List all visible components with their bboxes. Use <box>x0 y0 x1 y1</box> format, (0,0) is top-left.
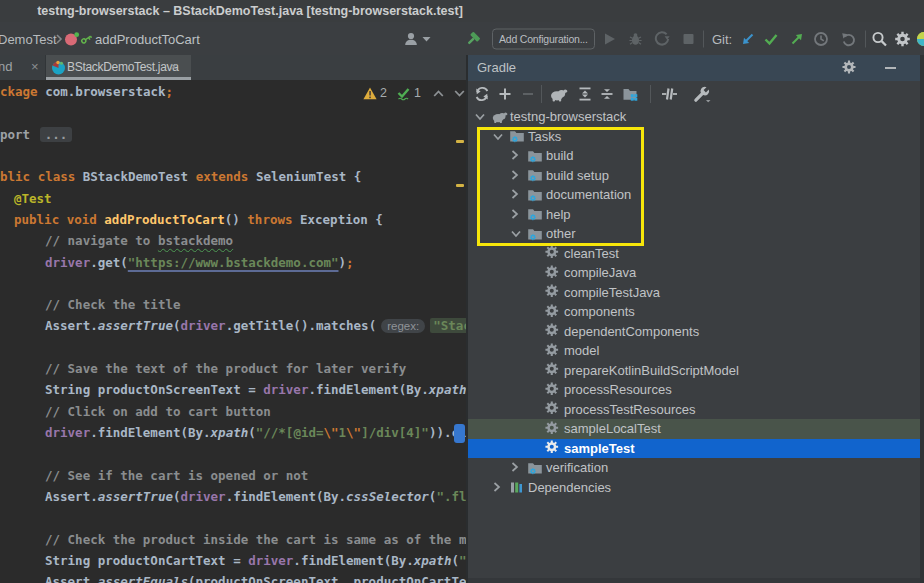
gradle-hide-icon[interactable] <box>885 67 896 69</box>
next-issue-icon[interactable] <box>454 90 465 97</box>
code-line <box>0 102 466 123</box>
warning-count[interactable]: 2 <box>380 86 387 100</box>
code-line: // Save the text of the product for late… <box>0 358 466 379</box>
breadcrumb-chevron-icon <box>55 33 63 45</box>
prev-issue-icon[interactable] <box>433 90 444 97</box>
rollback-icon[interactable] <box>841 31 857 47</box>
annotation-highlight-rectangle <box>477 127 644 246</box>
code-line <box>0 337 466 358</box>
code-line: Assert.assertTrue(driver.findElement(By.… <box>0 486 466 507</box>
gear-icon <box>545 382 561 398</box>
gradle-settings-folder-icon[interactable] <box>622 86 639 102</box>
user-icon[interactable] <box>403 31 420 47</box>
gradle-tree-row-samplelocaltest[interactable]: sampleLocalTest <box>468 419 920 439</box>
gear-icon <box>545 245 561 261</box>
gradle-tree-row-dependentcomponents[interactable]: dependentComponents <box>468 322 920 342</box>
chevron-right-icon[interactable] <box>510 461 526 477</box>
editor-scrollbar-thumb[interactable] <box>454 424 465 443</box>
history-icon[interactable] <box>813 31 829 47</box>
library-icon <box>509 479 525 495</box>
profile-icon[interactable] <box>654 31 670 47</box>
gradle-tree-label: sampleLocalTest <box>564 421 661 436</box>
stop-icon[interactable] <box>682 32 695 45</box>
search-icon[interactable] <box>871 30 888 47</box>
git-commit-icon[interactable] <box>763 32 779 46</box>
expand-all-icon[interactable] <box>577 86 593 102</box>
tab-active[interactable]: BStackDemoTest.java × <box>46 55 191 80</box>
typo-check-icon <box>396 86 411 101</box>
run-icon[interactable] <box>602 31 617 46</box>
testng-file-icon <box>51 60 66 75</box>
gradle-tree-row-processresources[interactable]: processResources <box>468 380 920 400</box>
panel-bottom-edge <box>468 578 920 583</box>
typo-count[interactable]: 1 <box>414 86 421 100</box>
add-configuration-button[interactable]: Add Configuration... <box>492 28 595 49</box>
code-line: // Click on add to cart button <box>0 401 466 422</box>
code-line: Assert.assertTrue(driver.getTitle().matc… <box>0 315 466 336</box>
gradle-tree-row-testng-browserstack[interactable]: testng-browserstack <box>468 107 920 127</box>
code-editor[interactable]: ckage com.browserstack;port ...blic clas… <box>0 80 466 583</box>
gradle-tree-row-preparekotlinbuildscriptmodel[interactable]: prepareKotlinBuildScriptModel <box>468 361 920 381</box>
toolbar-separator <box>865 30 866 47</box>
breadcrumb-file[interactable]: DemoTest <box>0 31 57 46</box>
gradle-tree-label: processResources <box>564 382 672 397</box>
code-line: public void addProductToCart() throws Ex… <box>0 209 466 230</box>
run-configuration-name[interactable]: addProductToCart <box>95 31 200 46</box>
gradle-tree-label: Dependencies <box>528 480 611 495</box>
code-line <box>0 145 466 166</box>
code-line: String productOnCartText = driver.findEl… <box>0 550 466 571</box>
avatar-cut-icon[interactable] <box>917 31 924 46</box>
gradle-tree-row-compiletestjava[interactable]: compileTestJava <box>468 283 920 303</box>
user-dropdown-arrow-icon[interactable] <box>422 36 431 42</box>
gradle-tree-row-sampletest[interactable]: sampleTest <box>468 439 920 459</box>
gradle-tree-label: prepareKotlinBuildScriptModel <box>564 363 739 378</box>
gradle-tree-row-verification[interactable]: verification <box>468 458 920 478</box>
tab-close-icon[interactable]: × <box>31 58 39 75</box>
code-line: // Check the product inside the cart is … <box>0 529 466 550</box>
gradle-tree-row-model[interactable]: model <box>468 341 920 361</box>
link-project-icon[interactable] <box>497 86 513 102</box>
tab-close-icon[interactable]: × <box>170 58 178 75</box>
gradle-tree-label: sampleTest <box>564 441 635 456</box>
gradle-tree-row-compilejava[interactable]: compileJava <box>468 263 920 283</box>
gradle-tree-row-processtestresources[interactable]: processTestResources <box>468 400 920 420</box>
debug-icon[interactable] <box>628 31 643 46</box>
gradle-tree-row-dependencies[interactable]: Dependencies <box>468 478 920 498</box>
code-line: driver.get("https://www.bstackdemo.com")… <box>0 252 466 273</box>
offline-mode-icon[interactable] <box>661 86 678 102</box>
gradle-tree-label: dependentComponents <box>564 324 699 339</box>
tab-partial[interactable]: nd × <box>0 55 46 80</box>
execute-task-icon[interactable] <box>549 86 568 102</box>
gradle-tool-window: Gradle <box>468 55 924 583</box>
gear-icon <box>545 401 561 417</box>
gradle-tree-label: verification <box>546 460 608 475</box>
code-line: @Test <box>0 188 466 209</box>
warning-stripe-mark <box>456 184 464 187</box>
gradle-tree-label: testng-browserstack <box>510 109 626 124</box>
gradle-toolbar-separator <box>541 85 542 103</box>
reload-icon[interactable] <box>474 86 490 102</box>
settings-gear-icon[interactable] <box>894 30 911 47</box>
folder-task-icon <box>527 460 543 476</box>
gear-icon <box>545 284 561 300</box>
collapse-all-icon[interactable] <box>599 86 615 102</box>
gradle-tree-label: compileJava <box>564 265 636 280</box>
chevron-right-icon[interactable] <box>492 481 508 497</box>
main-toolbar: DemoTest addProductToCart <box>0 22 924 55</box>
git-push-icon[interactable] <box>789 31 805 47</box>
gear-sel-icon <box>545 440 561 456</box>
gradle-header-gear-icon[interactable] <box>842 60 856 74</box>
gradle-tree-row-components[interactable]: components <box>468 302 920 322</box>
unlink-project-icon[interactable] <box>520 86 536 102</box>
code-line: // See if the cart is opened or not <box>0 465 466 486</box>
gradle-tree-row-cleantest[interactable]: cleanTest <box>468 244 920 264</box>
build-tool-settings-icon[interactable] <box>693 86 711 103</box>
ide-window: testng-browserstack – BStackDemoTest.jav… <box>0 0 924 583</box>
public-key-icon <box>80 32 93 45</box>
title-bar: testng-browserstack – BStackDemoTest.jav… <box>0 0 924 22</box>
git-update-icon[interactable] <box>740 31 756 47</box>
editor-tab-bar: nd × BStackDemoTest.java × <box>0 55 466 80</box>
code-line: port ... <box>0 124 466 145</box>
build-hammer-icon[interactable] <box>464 30 482 48</box>
gradle-title: Gradle <box>477 60 516 75</box>
